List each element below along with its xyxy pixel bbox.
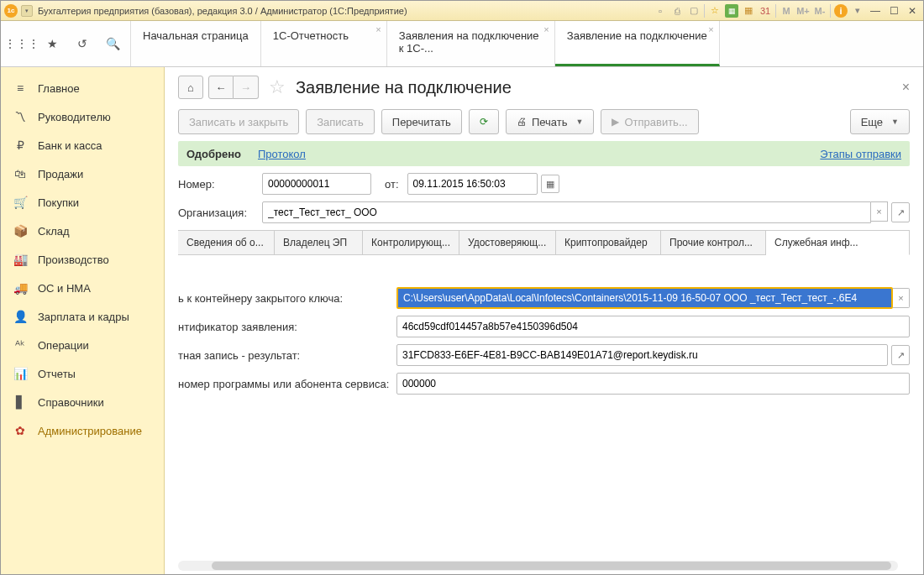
key-container-label: ь к контейнеру закрытого ключа: bbox=[178, 292, 396, 305]
tab-applications[interactable]: Заявления на подключение к 1С-... × bbox=[387, 21, 555, 66]
sidebar-item-assets[interactable]: 🚚ОС и НМА bbox=[1, 274, 164, 302]
sidebar-item-manager[interactable]: 〽Руководителю bbox=[1, 102, 164, 131]
search-icon[interactable]: 🔍 bbox=[105, 36, 120, 51]
prog-num-label: номер программы или абонента сервиса: bbox=[178, 378, 396, 390]
tb-memory-m[interactable]: M bbox=[780, 4, 793, 18]
btn-label: Отправить... bbox=[624, 116, 687, 128]
quickbar: ⋮⋮⋮ ★ ↺ 🔍 bbox=[1, 21, 131, 66]
more-button[interactable]: Еще▼ bbox=[850, 109, 910, 134]
prog-num-input[interactable] bbox=[396, 373, 910, 395]
itab-owner[interactable]: Владелец ЭП bbox=[275, 231, 363, 254]
refresh-icon-button[interactable]: ⟳ bbox=[469, 109, 499, 134]
star-icon[interactable]: ★ bbox=[45, 36, 60, 51]
tb-doc-icon[interactable]: ▢ bbox=[687, 4, 701, 18]
tb-save-icon[interactable]: ▫ bbox=[654, 4, 667, 18]
clear-icon[interactable]: × bbox=[871, 201, 888, 222]
account-input[interactable] bbox=[396, 344, 888, 366]
calendar-icon[interactable]: ▦ bbox=[541, 175, 559, 193]
history-icon[interactable]: ↺ bbox=[75, 36, 90, 51]
window-title: Бухгалтерия предприятия (базовая), редак… bbox=[33, 6, 407, 16]
tb-calc-icon[interactable]: ▦ bbox=[742, 4, 755, 18]
tb-grid-icon[interactable]: ▦ bbox=[725, 4, 738, 18]
sidebar-item-production[interactable]: 🏭Производство bbox=[1, 245, 164, 274]
tb-info-icon[interactable]: i bbox=[834, 4, 848, 18]
apps-icon[interactable]: ⋮⋮⋮ bbox=[14, 36, 29, 51]
key-container-input[interactable] bbox=[396, 287, 893, 309]
app-menu-dropdown[interactable]: ▾ bbox=[21, 5, 33, 17]
itab-label: Контролирующ... bbox=[371, 237, 450, 248]
itab-crypto[interactable]: Криптопровайдер bbox=[556, 231, 661, 254]
separator bbox=[704, 4, 705, 18]
itab-label: Криптопровайдер bbox=[564, 237, 648, 248]
reread-button[interactable]: Перечитать bbox=[381, 109, 462, 134]
tab-close-icon[interactable]: × bbox=[543, 24, 549, 34]
send-button[interactable]: ▶Отправить... bbox=[601, 109, 698, 134]
status-badge: Одобрено bbox=[186, 148, 241, 160]
sidebar-item-operations[interactable]: ᴬᵏОперации bbox=[1, 331, 164, 359]
protocol-link[interactable]: Протокол bbox=[258, 148, 306, 160]
tab-close-icon[interactable]: × bbox=[708, 24, 713, 34]
tab-reporting[interactable]: 1С-Отчетность × bbox=[261, 21, 387, 66]
btn-label: Перечитать bbox=[392, 116, 451, 128]
itab-cert[interactable]: Удостоверяющ... bbox=[459, 231, 556, 254]
window-minimize[interactable]: — bbox=[868, 5, 883, 17]
itab-control[interactable]: Контролирующ... bbox=[363, 231, 459, 254]
sidebar-label: ОС и НМА bbox=[38, 282, 91, 295]
sidebar-item-admin[interactable]: ✿Администрирование bbox=[1, 416, 164, 445]
org-input[interactable] bbox=[262, 201, 871, 223]
sidebar-label: Главное bbox=[38, 82, 80, 95]
send-stages-link[interactable]: Этапы отправки bbox=[820, 148, 901, 160]
window-close[interactable]: ✕ bbox=[905, 5, 920, 17]
number-input[interactable] bbox=[262, 173, 371, 195]
report-icon: 📊 bbox=[13, 366, 28, 381]
tab-close-icon[interactable]: × bbox=[375, 24, 381, 34]
back-button[interactable]: ← bbox=[208, 76, 234, 99]
tab-home[interactable]: Начальная страница bbox=[131, 21, 261, 66]
app-id-input[interactable] bbox=[396, 316, 910, 337]
home-button[interactable]: ⌂ bbox=[178, 76, 203, 99]
save-button[interactable]: Записать bbox=[306, 109, 375, 134]
clear-icon[interactable]: × bbox=[893, 288, 910, 308]
favorite-star-icon[interactable]: ☆ bbox=[269, 76, 286, 98]
window-maximize[interactable]: ☐ bbox=[886, 5, 901, 17]
sidebar-item-reports[interactable]: 📊Отчеты bbox=[1, 359, 164, 388]
chevron-down-icon: ▼ bbox=[576, 118, 584, 126]
tb-memory-mplus[interactable]: M+ bbox=[796, 4, 810, 18]
refresh-icon: ⟳ bbox=[480, 116, 488, 128]
sidebar-item-catalogs[interactable]: ▋Справочники bbox=[1, 388, 164, 416]
tb-calendar-icon[interactable]: 31 bbox=[759, 4, 772, 18]
sidebar-item-purchases[interactable]: 🛒Покупки bbox=[1, 188, 164, 217]
itab-service[interactable]: Служебная инф... bbox=[766, 231, 910, 255]
tab-application[interactable]: Заявление на подключение × bbox=[555, 21, 720, 66]
app-id-label: нтификатор заявления: bbox=[178, 321, 396, 333]
tb-print-icon[interactable]: ⎙ bbox=[670, 4, 684, 18]
open-ref-icon[interactable]: ↗ bbox=[891, 202, 910, 222]
forward-button[interactable]: → bbox=[234, 76, 259, 99]
app-logo-icon: 1c bbox=[4, 4, 18, 18]
page-title: Заявление на подключение bbox=[296, 78, 512, 97]
btn-label: Еще bbox=[861, 116, 883, 128]
itab-info[interactable]: Сведения об о... bbox=[178, 231, 275, 254]
date-input[interactable] bbox=[407, 173, 538, 195]
sidebar-item-payroll[interactable]: 👤Зарплата и кадры bbox=[1, 302, 164, 331]
tb-favorite-icon[interactable]: ☆ bbox=[708, 4, 722, 18]
separator bbox=[775, 4, 776, 18]
sidebar-item-sales[interactable]: 🛍Продажи bbox=[1, 159, 164, 188]
sidebar-item-bank[interactable]: ₽Банк и касса bbox=[1, 131, 164, 159]
sidebar-item-main[interactable]: ≡Главное bbox=[1, 74, 164, 102]
scrollbar-thumb[interactable] bbox=[212, 562, 891, 570]
sidebar-label: Склад bbox=[38, 225, 70, 238]
person-icon: 👤 bbox=[13, 309, 28, 324]
save-close-button[interactable]: Записать и закрыть bbox=[178, 109, 299, 134]
itab-other[interactable]: Прочие контрол... bbox=[661, 231, 766, 254]
sidebar-label: Банк и касса bbox=[38, 139, 102, 152]
horizontal-scrollbar[interactable] bbox=[178, 561, 898, 571]
tb-memory-mminus[interactable]: M- bbox=[813, 4, 827, 18]
sidebar-item-warehouse[interactable]: 📦Склад bbox=[1, 217, 164, 245]
page-close-button[interactable]: × bbox=[902, 80, 910, 95]
cart-icon: 🛒 bbox=[13, 195, 28, 210]
sidebar-label: Продажи bbox=[38, 168, 83, 180]
tb-info-drop-icon[interactable]: ▾ bbox=[851, 4, 864, 18]
open-ref-icon[interactable]: ↗ bbox=[891, 345, 910, 365]
print-button[interactable]: 🖨Печать▼ bbox=[506, 109, 595, 134]
